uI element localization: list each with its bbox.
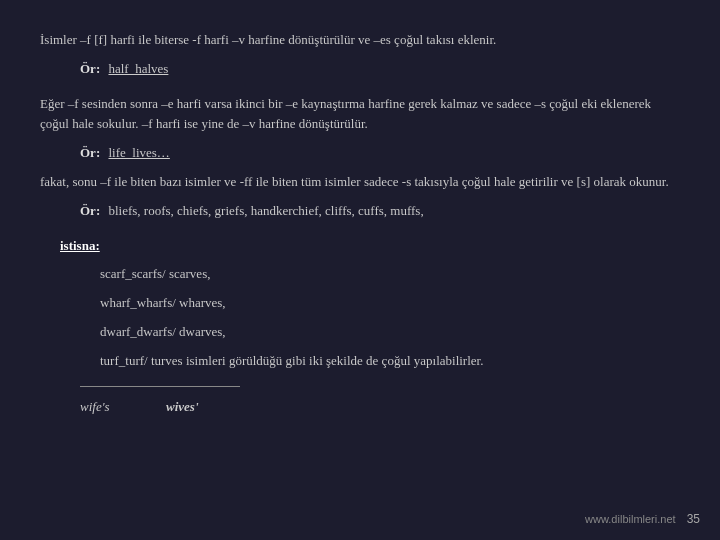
example2-label: Ör: [80,145,100,160]
exception2: wharf_wharfs/ wharves, [40,293,680,314]
paragraph3: fakat, sonu –f ile biten bazı isimler ve… [40,172,680,193]
wife-example: wife's wives' [40,397,680,418]
slide: İsimler –f [f] harfi ile biterse -f harf… [0,0,720,540]
p3-text: fakat, sonu –f ile biten bazı isimler ve… [40,174,669,189]
exception1-text: scarf_scarfs/ scarves, [100,266,210,281]
divider [80,386,240,387]
exception2-text: wharf_wharfs/ wharves, [100,295,226,310]
exception3: dwarf_dwarfs/ dwarves, [40,322,680,343]
example1-value: half_halves [108,61,168,76]
example3-value: bliefs, roofs, chiefs, griefs, handkerch… [108,203,423,218]
example2-value: life_lives… [108,145,169,160]
example3-label: Ör: [80,203,100,218]
watermark-text: www.dilbilmleri.net [585,513,675,525]
paragraph2: Eğer –f sesinden sonra –e harfi varsa ik… [40,94,680,136]
exception3-text: dwarf_dwarfs/ dwarves, [100,324,226,339]
exception-header: istisna: [40,236,680,257]
watermark-area: www.dilbilmleri.net 35 [585,512,700,526]
paragraph1: İsimler –f [f] harfi ile biterse -f harf… [40,30,680,51]
example3: Ör: bliefs, roofs, chiefs, griefs, handk… [40,201,680,222]
wife-s-text: wife's [80,399,110,414]
wives-text: wives' [166,399,199,414]
exception4: turf_turf/ turves isimleri görüldüğü gib… [40,351,680,372]
main-content: İsimler –f [f] harfi ile biterse -f harf… [40,30,680,417]
p2-text: Eğer –f sesinden sonra –e harfi varsa ik… [40,96,651,132]
p1-text: İsimler –f [f] harfi ile biterse -f harf… [40,32,496,47]
exception-label: istisna: [60,238,100,253]
example2: Ör: life_lives… [40,143,680,164]
exception1: scarf_scarfs/ scarves, [40,264,680,285]
example1-label: Ör: [80,61,100,76]
example1: Ör: half_halves [40,59,680,80]
exception4-text: turf_turf/ turves isimleri görüldüğü gib… [100,353,483,368]
page-number: 35 [687,512,700,526]
